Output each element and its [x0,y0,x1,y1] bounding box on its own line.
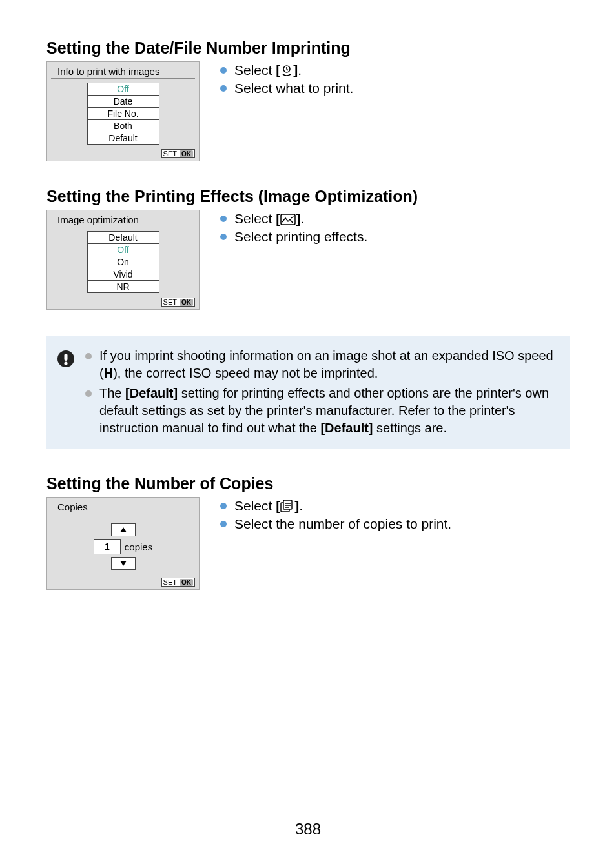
triangle-down-icon [120,561,127,566]
note-body: If you imprint shooting information on a… [85,347,554,437]
menu-copies: Copies 1 copies SET OK [46,497,200,590]
svg-rect-8 [283,500,292,509]
svg-point-4 [64,361,67,365]
section-title: Setting the Printing Effects (Image Opti… [46,187,570,206]
note-box: If you imprint shooting information on a… [46,336,570,449]
menu-footer: SET OK [47,295,199,307]
text: . [300,211,304,226]
increment-button[interactable] [111,523,136,536]
caution-icon [57,350,75,368]
instructions: Select []. Select what to print. [220,61,570,98]
ok-label: OK [180,299,193,306]
triangle-up-icon [120,527,127,532]
menu-item-default[interactable]: Default [87,231,159,244]
bullet-icon [220,67,227,74]
set-label: SET [163,150,177,157]
copies-value: 1 [94,539,121,554]
menu-items: Default Off On Vivid NR [47,231,199,295]
menu-item-nr[interactable]: NR [87,280,159,293]
instruction-text: Select []. [234,497,570,515]
menu-title: Image optimization [51,212,195,227]
date-imprint-icon [280,64,293,77]
section-title: Setting the Number of Copies [46,474,570,493]
bullet-icon [85,353,92,359]
instruction-text: Select what to print. [234,79,570,97]
note-text: The [Default] setting for printing effec… [99,385,554,437]
copies-unit-label: copies [125,541,152,552]
section-date-file-number: Setting the Date/File Number Imprinting … [46,39,570,161]
note-line: The [Default] setting for printing effec… [85,385,554,437]
svg-marker-6 [120,561,127,566]
text: Select [234,211,276,226]
menu-item-date[interactable]: Date [87,95,159,108]
instruction-line: Select []. [220,497,570,515]
ok-label: OK [180,150,193,157]
instruction-line: Select the number of copies to print. [220,515,570,533]
menu-image-optimization: Image optimization Default Off On Vivid … [46,210,200,310]
menu-item-vivid[interactable]: Vivid [87,268,159,281]
copies-body: 1 copies [47,514,199,575]
set-ok-button[interactable]: SET OK [161,578,195,587]
instruction-text: Select []. [234,61,570,79]
menu-footer: SET OK [47,575,199,587]
text: settings are. [373,421,447,435]
bullet-icon [220,85,227,92]
section-row: Image optimization Default Off On Vivid … [46,210,570,310]
menu-item-file-no[interactable]: File No. [87,107,159,120]
menu-title: Info to print with images [51,63,195,79]
text-bold: [Default] [320,421,373,435]
set-ok-button[interactable]: SET OK [161,298,195,307]
instruction-text: Select the number of copies to print. [234,515,570,533]
text-bold: [Default] [125,386,178,400]
instruction-line: Select []. [220,210,570,228]
text: . [299,498,303,513]
set-ok-button[interactable]: SET OK [161,149,195,158]
page-number: 388 [0,820,616,838]
section-row: Info to print with images Off Date File … [46,61,570,161]
decrement-button[interactable] [111,557,136,570]
bracket: [ [276,211,280,226]
instruction-text: Select printing effects. [234,228,570,246]
bullet-icon [220,521,227,527]
section-printing-effects: Setting the Printing Effects (Image Opti… [46,187,570,310]
text: ), the correct ISO speed may not be impr… [113,366,378,380]
instructions: Select []. Select printing effects. [220,210,570,247]
bracket: [ [276,498,280,513]
instruction-line: Select printing effects. [220,228,570,246]
menu-items: Off Date File No. Both Default [47,83,199,146]
bullet-icon [220,234,227,240]
section-number-of-copies: Setting the Number of Copies Copies 1 co… [46,474,570,590]
set-label: SET [163,298,177,306]
section-row: Copies 1 copies SET OK [46,497,570,590]
menu-item-default[interactable]: Default [87,132,159,145]
bullet-icon [220,503,227,509]
instruction-text: Select []. [234,210,570,228]
text: The [99,386,125,400]
section-title: Setting the Date/File Number Imprinting [46,39,570,57]
set-label: SET [163,578,177,586]
text: . [298,63,302,77]
bullet-icon [220,216,227,222]
menu-item-off[interactable]: Off [87,83,159,96]
instruction-line: Select what to print. [220,79,570,97]
copies-icon [280,500,294,512]
menu-item-off[interactable]: Off [87,243,159,256]
menu-item-both[interactable]: Both [87,119,159,132]
menu-footer: SET OK [47,146,199,158]
bullet-icon [85,390,92,397]
menu-title: Copies [51,499,195,514]
text: Select [234,63,276,77]
menu-item-on[interactable]: On [87,256,159,268]
copies-value-row: 1 copies [94,539,152,554]
effects-icon [280,214,296,225]
bracket: [ [276,63,280,77]
text: Select [234,498,276,513]
svg-rect-3 [65,354,68,361]
svg-marker-5 [120,527,127,532]
text-bold: H [104,366,113,380]
menu-info-to-print: Info to print with images Off Date File … [46,61,200,161]
instructions: Select []. Select the number of copies t… [220,497,570,534]
ok-label: OK [180,579,193,586]
note-line: If you imprint shooting information on a… [85,347,554,382]
note-text: If you imprint shooting information on a… [99,347,554,382]
